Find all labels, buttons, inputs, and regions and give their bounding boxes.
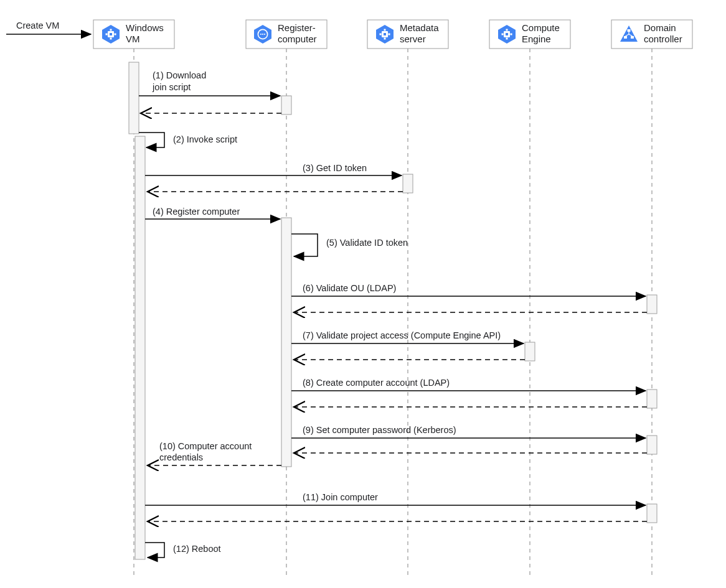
- activation-compute: [525, 342, 535, 361]
- svg-text:Engine: Engine: [522, 34, 551, 44]
- msg-11-label: (11) Join computer: [303, 492, 378, 502]
- msg-5-label: (5) Validate ID token: [326, 238, 408, 248]
- sequence-diagram: Create VM Windows VM Register- computer …: [0, 0, 726, 588]
- msg-3-label: (3) Get ID token: [303, 163, 367, 173]
- svg-text:Compute: Compute: [522, 22, 560, 33]
- participant-register-computer: Register- computer: [246, 20, 327, 49]
- msg-10-label-a: (10) Computer account: [159, 441, 252, 451]
- participant-compute-engine: Compute Engine: [489, 20, 570, 49]
- svg-text:Domain: Domain: [644, 22, 676, 33]
- activation-windows-vm-1: [129, 62, 139, 134]
- msg-8-label: (8) Create computer account (LDAP): [303, 378, 450, 388]
- svg-text:computer: computer: [278, 34, 317, 44]
- trigger-label: Create VM: [16, 21, 59, 30]
- activation-domain-11: [647, 504, 657, 523]
- msg-4-label: (4) Register computer: [153, 207, 240, 217]
- activation-metadata: [403, 174, 413, 193]
- svg-text:server: server: [400, 34, 426, 44]
- svg-text:Windows: Windows: [126, 22, 164, 33]
- msg-9-label: (9) Set computer password (Kerberos): [303, 425, 456, 435]
- participant-metadata-server: Metadata server: [367, 20, 448, 49]
- msg-12-arrow: [145, 543, 164, 558]
- activation-domain-9: [647, 436, 657, 454]
- svg-text:Register-: Register-: [278, 22, 316, 33]
- svg-text:VM: VM: [126, 34, 140, 44]
- activation-domain-6: [647, 295, 657, 314]
- msg-6-label: (6) Validate OU (LDAP): [303, 283, 396, 293]
- msg-1-label-b: join script: [152, 82, 191, 92]
- msg-2-label: (2) Invoke script: [173, 134, 237, 144]
- activation-windows-vm-2: [135, 136, 145, 559]
- activation-register-1: [281, 96, 291, 114]
- participant-domain-controller: Domain controller: [611, 20, 692, 49]
- msg-10-label-b: credentials: [159, 452, 203, 462]
- participant-windows-vm: Windows VM: [93, 20, 174, 49]
- msg-12-label: (12) Reboot: [173, 544, 221, 554]
- svg-text:Metadata: Metadata: [400, 22, 439, 33]
- msg-1-label-a: (1) Download: [153, 70, 206, 80]
- svg-text:controller: controller: [644, 34, 682, 44]
- activation-register-2: [281, 218, 291, 467]
- msg-7-label: (7) Validate project access (Compute Eng…: [303, 330, 501, 340]
- activation-domain-8: [647, 390, 657, 408]
- msg-5-arrow: [291, 234, 318, 256]
